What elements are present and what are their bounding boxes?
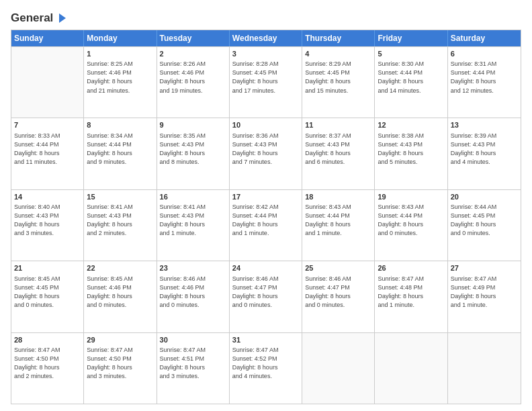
- day-cell: 31Sunrise: 8:47 AM Sunset: 4:52 PM Dayli…: [230, 333, 302, 404]
- day-header-wednesday: Wednesday: [230, 30, 302, 46]
- week-row-3: 14Sunrise: 8:40 AM Sunset: 4:43 PM Dayli…: [11, 189, 521, 261]
- day-info: Sunrise: 8:28 AM Sunset: 4:45 PM Dayligh…: [232, 60, 299, 95]
- day-number: 31: [232, 335, 299, 345]
- day-info: Sunrise: 8:43 AM Sunset: 4:44 PM Dayligh…: [305, 203, 371, 238]
- day-number: 20: [451, 192, 518, 202]
- day-cell: 26Sunrise: 8:47 AM Sunset: 4:48 PM Dayli…: [375, 261, 447, 332]
- day-info: Sunrise: 8:47 AM Sunset: 4:52 PM Dayligh…: [232, 346, 299, 381]
- day-number: 9: [160, 120, 226, 130]
- day-cell: 10Sunrise: 8:36 AM Sunset: 4:43 PM Dayli…: [230, 118, 302, 189]
- day-info: Sunrise: 8:43 AM Sunset: 4:44 PM Dayligh…: [378, 203, 444, 238]
- day-number: 30: [160, 335, 226, 345]
- day-info: Sunrise: 8:47 AM Sunset: 4:50 PM Dayligh…: [87, 346, 153, 381]
- day-cell: 5Sunrise: 8:30 AM Sunset: 4:44 PM Daylig…: [375, 47, 447, 118]
- day-number: 19: [378, 192, 444, 202]
- svg-marker-0: [59, 13, 66, 23]
- day-info: Sunrise: 8:38 AM Sunset: 4:43 PM Dayligh…: [378, 132, 444, 167]
- week-row-2: 7Sunrise: 8:33 AM Sunset: 4:44 PM Daylig…: [11, 118, 521, 189]
- day-cell: [11, 47, 84, 118]
- day-number: 11: [305, 120, 371, 130]
- main-container: General SundayMondayTuesdayWednesdayThur…: [0, 0, 532, 411]
- day-number: 1: [87, 49, 153, 59]
- day-info: Sunrise: 8:31 AM Sunset: 4:44 PM Dayligh…: [451, 60, 518, 95]
- day-info: Sunrise: 8:45 AM Sunset: 4:46 PM Dayligh…: [87, 275, 153, 310]
- day-header-tuesday: Tuesday: [157, 30, 230, 46]
- day-header-friday: Friday: [375, 30, 447, 46]
- day-info: Sunrise: 8:34 AM Sunset: 4:44 PM Dayligh…: [87, 132, 153, 167]
- day-cell: 8Sunrise: 8:34 AM Sunset: 4:44 PM Daylig…: [84, 118, 157, 189]
- day-cell: 18Sunrise: 8:43 AM Sunset: 4:44 PM Dayli…: [302, 190, 375, 261]
- day-cell: 29Sunrise: 8:47 AM Sunset: 4:50 PM Dayli…: [84, 333, 157, 404]
- day-cell: 1Sunrise: 8:25 AM Sunset: 4:46 PM Daylig…: [84, 47, 157, 118]
- day-number: 6: [451, 49, 518, 59]
- day-cell: 7Sunrise: 8:33 AM Sunset: 4:44 PM Daylig…: [11, 118, 84, 189]
- day-cell: 21Sunrise: 8:45 AM Sunset: 4:45 PM Dayli…: [11, 261, 84, 332]
- day-cell: 11Sunrise: 8:37 AM Sunset: 4:43 PM Dayli…: [302, 118, 375, 189]
- header: General: [11, 11, 521, 23]
- day-info: Sunrise: 8:46 AM Sunset: 4:46 PM Dayligh…: [160, 275, 226, 310]
- day-number: 16: [160, 192, 226, 202]
- day-cell: 22Sunrise: 8:45 AM Sunset: 4:46 PM Dayli…: [84, 261, 157, 332]
- day-cell: 12Sunrise: 8:38 AM Sunset: 4:43 PM Dayli…: [375, 118, 447, 189]
- day-number: 22: [87, 263, 153, 273]
- day-number: 13: [451, 120, 518, 130]
- day-number: 18: [305, 192, 371, 202]
- day-info: Sunrise: 8:39 AM Sunset: 4:43 PM Dayligh…: [451, 132, 518, 167]
- day-cell: 24Sunrise: 8:46 AM Sunset: 4:47 PM Dayli…: [230, 261, 302, 332]
- day-number: 7: [14, 120, 81, 130]
- day-info: Sunrise: 8:46 AM Sunset: 4:47 PM Dayligh…: [232, 275, 299, 310]
- week-row-4: 21Sunrise: 8:45 AM Sunset: 4:45 PM Dayli…: [11, 261, 521, 332]
- day-info: Sunrise: 8:35 AM Sunset: 4:43 PM Dayligh…: [160, 132, 226, 167]
- day-info: Sunrise: 8:36 AM Sunset: 4:43 PM Dayligh…: [232, 132, 299, 167]
- week-row-1: 1Sunrise: 8:25 AM Sunset: 4:46 PM Daylig…: [11, 46, 521, 118]
- day-info: Sunrise: 8:41 AM Sunset: 4:43 PM Dayligh…: [160, 203, 226, 238]
- day-number: 5: [378, 49, 444, 59]
- day-cell: 20Sunrise: 8:44 AM Sunset: 4:45 PM Dayli…: [448, 190, 521, 261]
- day-number: 21: [14, 263, 81, 273]
- day-header-sunday: Sunday: [11, 30, 84, 46]
- day-number: 24: [232, 263, 299, 273]
- day-cell: 3Sunrise: 8:28 AM Sunset: 4:45 PM Daylig…: [230, 47, 302, 118]
- day-info: Sunrise: 8:46 AM Sunset: 4:47 PM Dayligh…: [305, 275, 371, 310]
- day-info: Sunrise: 8:37 AM Sunset: 4:43 PM Dayligh…: [305, 132, 371, 167]
- day-number: 15: [87, 192, 153, 202]
- day-cell: 4Sunrise: 8:29 AM Sunset: 4:45 PM Daylig…: [302, 47, 375, 118]
- day-info: Sunrise: 8:44 AM Sunset: 4:45 PM Dayligh…: [451, 203, 518, 238]
- day-cell: 14Sunrise: 8:40 AM Sunset: 4:43 PM Dayli…: [11, 190, 84, 261]
- day-cell: 13Sunrise: 8:39 AM Sunset: 4:43 PM Dayli…: [448, 118, 521, 189]
- day-info: Sunrise: 8:47 AM Sunset: 4:48 PM Dayligh…: [378, 275, 444, 310]
- day-number: 3: [232, 49, 299, 59]
- day-cell: 27Sunrise: 8:47 AM Sunset: 4:49 PM Dayli…: [448, 261, 521, 332]
- logo-icon: [54, 11, 69, 26]
- day-cell: 2Sunrise: 8:26 AM Sunset: 4:46 PM Daylig…: [157, 47, 230, 118]
- day-header-monday: Monday: [84, 30, 157, 46]
- day-header-thursday: Thursday: [302, 30, 375, 46]
- day-number: 26: [378, 263, 444, 273]
- day-cell: 23Sunrise: 8:46 AM Sunset: 4:46 PM Dayli…: [157, 261, 230, 332]
- day-info: Sunrise: 8:42 AM Sunset: 4:44 PM Dayligh…: [232, 203, 299, 238]
- day-info: Sunrise: 8:41 AM Sunset: 4:43 PM Dayligh…: [87, 203, 153, 238]
- day-cell: 28Sunrise: 8:47 AM Sunset: 4:50 PM Dayli…: [11, 333, 84, 404]
- day-cell: 9Sunrise: 8:35 AM Sunset: 4:43 PM Daylig…: [157, 118, 230, 189]
- day-number: 17: [232, 192, 299, 202]
- day-info: Sunrise: 8:47 AM Sunset: 4:51 PM Dayligh…: [160, 346, 226, 381]
- week-row-5: 28Sunrise: 8:47 AM Sunset: 4:50 PM Dayli…: [11, 332, 521, 404]
- calendar: SundayMondayTuesdayWednesdayThursdayFrid…: [11, 30, 521, 404]
- day-number: 23: [160, 263, 226, 273]
- day-cell: 19Sunrise: 8:43 AM Sunset: 4:44 PM Dayli…: [375, 190, 447, 261]
- day-cell: [302, 333, 375, 404]
- day-cell: 17Sunrise: 8:42 AM Sunset: 4:44 PM Dayli…: [230, 190, 302, 261]
- day-number: 10: [232, 120, 299, 130]
- day-number: 27: [451, 263, 518, 273]
- day-info: Sunrise: 8:26 AM Sunset: 4:46 PM Dayligh…: [160, 60, 226, 95]
- day-number: 2: [160, 49, 226, 59]
- day-cell: 16Sunrise: 8:41 AM Sunset: 4:43 PM Dayli…: [157, 190, 230, 261]
- day-number: 8: [87, 120, 153, 130]
- day-number: 29: [87, 335, 153, 345]
- day-cell: 15Sunrise: 8:41 AM Sunset: 4:43 PM Dayli…: [84, 190, 157, 261]
- day-cell: [448, 333, 521, 404]
- logo-general: General: [11, 11, 53, 25]
- day-info: Sunrise: 8:33 AM Sunset: 4:44 PM Dayligh…: [14, 132, 81, 167]
- day-number: 28: [14, 335, 81, 345]
- day-header-saturday: Saturday: [448, 30, 521, 46]
